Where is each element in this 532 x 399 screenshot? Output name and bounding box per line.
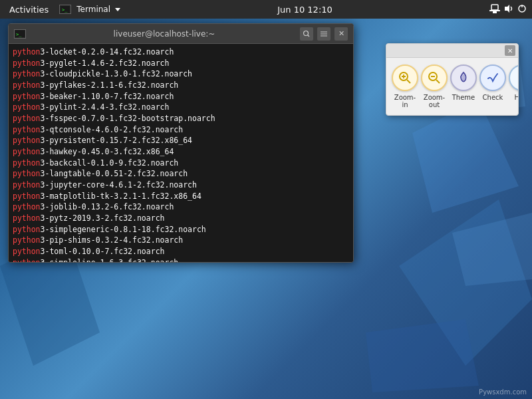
zoom-out-label: Zoom-out xyxy=(421,94,448,108)
terminal-line: python3-backcall-0.1.0-9.fc32.noarch xyxy=(13,158,349,169)
terminal-line: python3-cloudpickle-1.3.0-1.fc32.noarch xyxy=(13,68,349,80)
top-panel-datetime: Jun 10 12:10 xyxy=(277,5,332,15)
svg-line-22 xyxy=(407,80,410,83)
svg-line-26 xyxy=(436,80,440,83)
help-icon: ? xyxy=(509,65,519,91)
svg-marker-1 xyxy=(412,100,519,213)
zoom-in-icon xyxy=(392,65,418,91)
terminal-line: python3-joblib-0.13.2-6.fc32.noarch xyxy=(13,201,349,213)
terminal-line: python3-pytz-2019.3-2.fc32.noarch xyxy=(13,213,349,224)
terminal-titlebar: >_ liveuser@localhost-live:~ xyxy=(9,24,353,44)
activities-button[interactable]: Activities xyxy=(5,3,53,16)
terminal-line: python3-simpleline-1.6-3.fc32.noarch xyxy=(13,257,349,262)
terminal-line: python3-hawkey-0.45.0-3.fc32.x86_64 xyxy=(13,146,349,158)
terminal-dropdown-arrow xyxy=(115,8,120,11)
terminal-line: python3-locket-0.2.0-14.fc32.noarch xyxy=(13,47,349,58)
zoom-out-item[interactable]: Zoom-out xyxy=(421,65,448,108)
theme-icon xyxy=(450,65,477,91)
zoom-in-label: Zoom-in xyxy=(392,94,418,108)
terminal-menu-button[interactable] xyxy=(317,27,331,41)
system-tray xyxy=(489,4,527,15)
accessibility-toolbar: ✕ Zoom-in xyxy=(386,43,519,116)
svg-line-17 xyxy=(308,35,310,37)
zoom-out-icon xyxy=(421,65,448,91)
terminal-app-icon: >_ xyxy=(59,5,71,14)
terminal-line: python3-pip-shims-0.3.2-4.fc32.noarch xyxy=(13,235,349,246)
terminal-label: Terminal xyxy=(76,5,110,14)
network-icon[interactable] xyxy=(489,4,500,15)
svg-rect-9 xyxy=(489,10,500,11)
check-icon xyxy=(479,65,506,91)
svg-text:>_: >_ xyxy=(62,7,68,13)
top-panel-right xyxy=(489,4,527,15)
terminal-line: python3-pylint-2.4.4-3.fc32.noarch xyxy=(13,102,349,113)
svg-point-16 xyxy=(304,31,309,35)
toolbar-close-button[interactable]: ✕ xyxy=(505,45,515,56)
zoom-in-item[interactable]: Zoom-in xyxy=(392,65,418,108)
terminal-controls: ✕ xyxy=(300,27,348,41)
terminal-line: python3-pyrsistent-0.15.7-2.fc32.x86_64 xyxy=(13,135,349,146)
toolbar-close-bar: ✕ xyxy=(386,44,518,58)
terminal-line: python3-toml-0.10.0-7.fc32.noarch xyxy=(13,246,349,257)
top-panel-left: Activities >_ Terminal xyxy=(5,3,120,16)
terminal-content[interactable]: python3-locket-0.2.0-14.fc32.noarch pyth… xyxy=(9,44,353,262)
svg-marker-0 xyxy=(399,200,532,366)
terminal-line: python3-matplotlib-tk-3.2.1-1.fc32.x86_6… xyxy=(13,191,349,202)
toolbar-buttons: Zoom-in Zoom-out xyxy=(386,58,518,115)
terminal-window: >_ liveuser@localhost-live:~ xyxy=(8,23,354,263)
terminal-indicator[interactable]: >_ Terminal xyxy=(59,5,120,14)
theme-label: Theme xyxy=(452,94,475,101)
help-label: Help xyxy=(515,94,519,101)
terminal-line: python3-fsspec-0.7.0-1.fc32-bootstrap.no… xyxy=(13,113,349,124)
help-item[interactable]: ? Help xyxy=(509,65,519,108)
volume-icon[interactable] xyxy=(504,4,513,15)
terminal-titlebar-left: >_ xyxy=(14,29,29,39)
terminal-line: python3-simplegeneric-0.8.1-18.fc32.noar… xyxy=(13,224,349,235)
terminal-close-button[interactable]: ✕ xyxy=(334,27,348,41)
svg-marker-11 xyxy=(505,5,509,13)
svg-marker-2 xyxy=(366,319,479,392)
svg-rect-10 xyxy=(493,11,497,13)
terminal-window-icon: >_ xyxy=(14,29,26,39)
terminal-window-title: liveuser@localhost-live:~ xyxy=(29,29,300,39)
svg-rect-8 xyxy=(491,5,498,10)
watermark: Pywsxdm.com xyxy=(479,388,527,396)
power-icon[interactable] xyxy=(517,4,527,15)
svg-marker-3 xyxy=(452,213,532,286)
terminal-line: python3-jupyter-core-4.6.1-2.fc32.noarch xyxy=(13,180,349,191)
top-panel: Activities >_ Terminal Jun 10 12:10 xyxy=(0,0,532,19)
terminal-line: python3-beaker-1.10.0-7.fc32.noarch xyxy=(13,91,349,102)
theme-item[interactable]: Theme xyxy=(450,65,477,108)
svg-text:>_: >_ xyxy=(16,32,22,37)
terminal-line: python3-pyflakes-2.1.1-6.fc32.noarch xyxy=(13,80,349,91)
check-label: Check xyxy=(483,94,503,101)
terminal-line: python3-langtable-0.0.51-2.fc32.noarch xyxy=(13,168,349,180)
terminal-line: python3-qtconsole-4.6.0-2.fc32.noarch xyxy=(13,124,349,136)
terminal-line: python3-pyglet-1.4.6-2.fc32.noarch xyxy=(13,58,349,69)
desktop: Activities >_ Terminal Jun 10 12:10 xyxy=(0,0,532,399)
terminal-search-button[interactable] xyxy=(300,27,313,41)
check-item[interactable]: Check xyxy=(479,65,506,108)
